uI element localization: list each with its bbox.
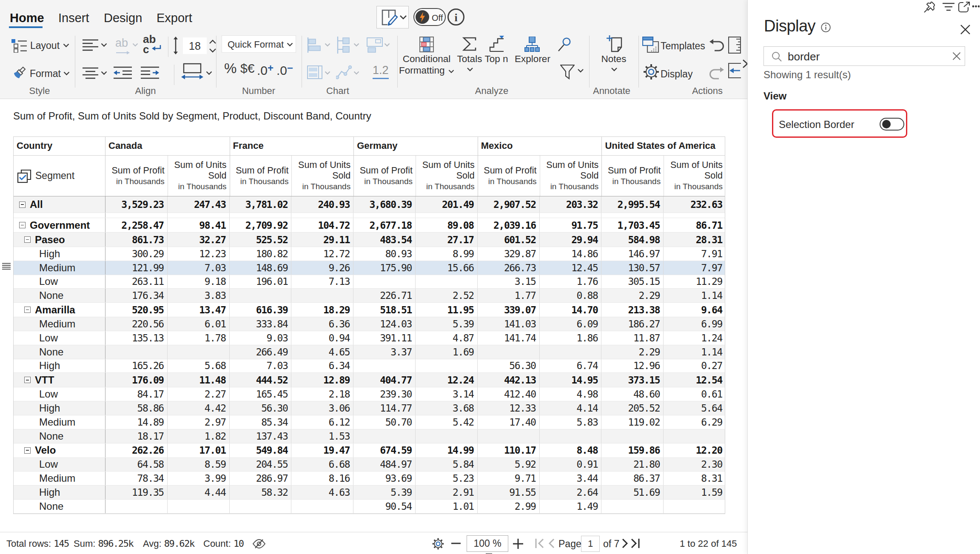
column-width-icon[interactable]	[181, 63, 203, 81]
page-number-input[interactable]: 1	[581, 536, 600, 552]
tab-insert[interactable]: Insert	[58, 11, 89, 25]
chevron-down-icon[interactable]	[63, 71, 70, 76]
vertical-align-icon[interactable]	[83, 39, 98, 51]
country-header-germany[interactable]: Germany	[353, 137, 478, 155]
measure-header-profit[interactable]: Sum of Profitin Thousands	[105, 156, 168, 196]
settings-gear-icon[interactable]	[432, 538, 444, 550]
table-row-low[interactable]: Low84.172.27165.452.18239.303.14412.404.…	[14, 387, 725, 401]
chevron-down-icon[interactable]	[577, 68, 584, 73]
panel-close-icon[interactable]	[960, 24, 971, 35]
increase-indent-icon[interactable]	[141, 66, 159, 79]
panel-search-input[interactable]: border	[763, 46, 965, 66]
row-drag-handle-icon[interactable]	[2, 263, 11, 270]
table-row-medium[interactable]: Medium78.343.99286.978.1693.695.239.713.…	[14, 472, 725, 486]
row-height-icon[interactable]	[172, 37, 179, 54]
collapse-icon[interactable]	[24, 447, 31, 454]
measure-header-units[interactable]: Sum of UnitsSoldin Thousands	[291, 156, 353, 196]
measure-header-profit[interactable]: Sum of Profitin Thousands	[478, 156, 540, 196]
font-size-input[interactable]: 18	[183, 37, 207, 54]
country-header-canada[interactable]: Canada	[105, 137, 230, 155]
measure-header-units[interactable]: Sum of UnitsSoldin Thousands	[540, 156, 602, 196]
measure-header-units[interactable]: Sum of UnitsSoldin Thousands	[416, 156, 478, 196]
measure-header-profit[interactable]: Sum of Profitin Thousands	[353, 156, 416, 196]
table-row-none[interactable]: None18.171.82137.431.53	[14, 429, 725, 443]
collapse-icon[interactable]	[24, 377, 31, 383]
table-row-vtt[interactable]: VTT176.0911.48444.5212.89404.7712.24442.…	[14, 373, 725, 387]
table-row-government[interactable]: Government2,258.4798.412,709.92104.722,6…	[14, 218, 725, 233]
ruler-icon[interactable]	[728, 37, 741, 54]
chevron-down-icon[interactable]	[467, 67, 473, 72]
conditional-formatting-button-line2[interactable]: Formatting	[399, 65, 453, 76]
top-n-icon[interactable]	[489, 36, 504, 52]
table-row-low[interactable]: Low263.119.18196.017.133.151.76305.1511.…	[14, 275, 725, 289]
chevron-down-icon[interactable]	[206, 71, 212, 75]
filter-lines-icon[interactable]	[942, 3, 955, 12]
table-row-all[interactable]: All3,529.23247.433,781.02240.933,680.392…	[14, 196, 725, 213]
totals-sigma-icon[interactable]	[462, 37, 477, 51]
templates-button[interactable]: Templates	[661, 40, 705, 52]
tab-design[interactable]: Design	[104, 11, 142, 25]
clear-search-icon[interactable]	[952, 52, 961, 60]
info-icon[interactable]: i	[447, 9, 464, 26]
quick-format-dropdown[interactable]: Quick Format	[222, 35, 296, 53]
tab-export[interactable]: Export	[157, 11, 192, 25]
table-row-high[interactable]: High119.354.4458.324.635.392.9191.552.64…	[14, 486, 725, 500]
measure-header-profit[interactable]: Sum of Profitin Thousands	[601, 156, 664, 196]
focus-mode-icon[interactable]	[958, 2, 970, 13]
collapse-icon[interactable]	[24, 236, 31, 243]
templates-icon[interactable]	[642, 37, 659, 54]
chevron-down-icon[interactable]	[101, 71, 107, 75]
notes-icon[interactable]	[606, 35, 623, 53]
table-row-paseo[interactable]: Paseo861.7332.27525.5229.11483.5427.1760…	[14, 233, 725, 247]
fit-width-icon[interactable]	[728, 63, 742, 78]
table-row-medium[interactable]: Medium14.892.9785.346.1250.705.4217.405.…	[14, 415, 725, 429]
chevron-down-icon[interactable]	[101, 43, 107, 47]
pin-icon[interactable]	[923, 1, 935, 13]
layout-icon[interactable]	[11, 39, 27, 53]
notes-button[interactable]: Notes	[597, 54, 631, 65]
format-button[interactable]: Format	[30, 68, 61, 80]
conditional-formatting-icon[interactable]	[419, 37, 434, 52]
table-row-medium[interactable]: Medium220.566.01333.846.36124.035.39141.…	[14, 317, 725, 331]
next-page-icon[interactable]	[622, 538, 628, 548]
display-gear-icon[interactable]	[643, 64, 659, 80]
hide-stats-eye-icon[interactable]	[253, 539, 265, 549]
table-row-high[interactable]: High58.864.4256.303.06114.773.6812.334.1…	[14, 401, 725, 415]
increase-decimal-button[interactable]: .0+	[257, 62, 273, 78]
collapse-icon[interactable]	[19, 202, 26, 208]
collapse-icon[interactable]	[24, 307, 31, 313]
spinner-down-icon[interactable]	[209, 48, 217, 53]
last-page-icon[interactable]	[630, 538, 640, 548]
country-header-usa[interactable]: United States of America	[601, 137, 726, 155]
conditional-formatting-button[interactable]: Conditional	[400, 54, 453, 65]
currency-format-button[interactable]: $€	[240, 61, 254, 76]
segment-header[interactable]: Segment	[14, 156, 105, 196]
top-n-button[interactable]: Top n	[479, 54, 513, 65]
table-row-high[interactable]: High300.2912.23180.8212.7280.938.99329.8…	[14, 247, 725, 261]
selection-border-toggle[interactable]	[880, 118, 904, 131]
table-row-medium[interactable]: Medium121.997.03148.699.26175.9015.66266…	[14, 261, 725, 275]
explorer-icon[interactable]	[524, 37, 540, 52]
chevron-down-icon[interactable]	[611, 67, 618, 72]
collapse-icon[interactable]	[19, 222, 26, 228]
panel-info-icon[interactable]	[821, 23, 831, 32]
table-row-low[interactable]: Low135.131.789.030.94391.114.87141.741.8…	[14, 331, 725, 345]
measure-header-profit[interactable]: Sum of Profitin Thousands	[230, 156, 292, 196]
more-options-icon[interactable]	[972, 5, 980, 8]
zoom-out-icon[interactable]	[451, 543, 461, 544]
percent-format-button[interactable]: %	[224, 60, 236, 77]
spinner-up-icon[interactable]	[209, 39, 217, 44]
table-row-none[interactable]: None266.494.653.371.692.291.14	[14, 345, 725, 359]
decrease-decimal-button[interactable]: .0−	[276, 62, 293, 78]
undo-icon[interactable]	[709, 38, 725, 54]
power-mode-toggle[interactable]: Off	[413, 8, 446, 26]
table-row-none[interactable]: None176.343.83226.712.521.770.882.291.14	[14, 289, 725, 303]
zoom-in-icon[interactable]	[513, 539, 523, 549]
chevron-down-icon[interactable]	[63, 43, 69, 48]
number-format-chart-icon[interactable]: 1.2	[373, 64, 389, 79]
explorer-button[interactable]: Explorer	[514, 54, 551, 65]
table-row-high[interactable]: High165.265.687.036.3456.306.7412.960.27	[14, 359, 725, 373]
table-row-low[interactable]: Low64.588.59204.556.68484.975.845.920.91…	[14, 458, 725, 472]
country-header-france[interactable]: France	[230, 137, 354, 155]
table-row-none[interactable]: None90.541.012.991.49	[14, 500, 725, 514]
